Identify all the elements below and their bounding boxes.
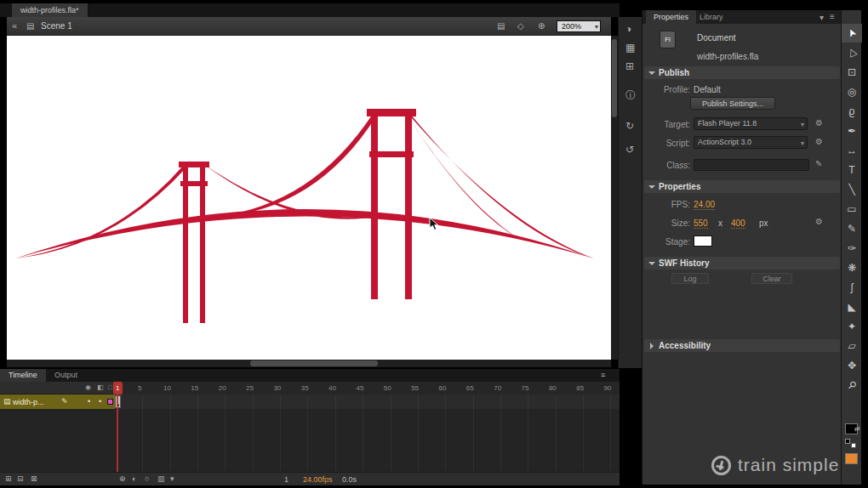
ruler-frame-60[interactable]: 60: [439, 382, 447, 394]
lock-icon[interactable]: ◧: [97, 384, 104, 391]
horizontal-scroll-thumb[interactable]: [250, 360, 378, 366]
back-icon[interactable]: «: [12, 21, 17, 31]
free-transform-tool[interactable]: ⊡: [842, 63, 862, 82]
class-edit-icon[interactable]: ✎: [815, 160, 822, 168]
outline-icon[interactable]: □: [108, 384, 112, 391]
fps-value[interactable]: 24.00: [694, 200, 715, 210]
ruler-frame-20[interactable]: 20: [219, 382, 226, 394]
history-panel-icon[interactable]: ↺: [625, 145, 634, 155]
subselection-tool[interactable]: ▷: [842, 43, 862, 62]
eraser-tool[interactable]: ▱: [842, 337, 862, 355]
ruler-frame-70[interactable]: 70: [494, 382, 501, 394]
frame-rate-value[interactable]: 24.00fps: [303, 475, 333, 484]
zoom-tool[interactable]: ⚲: [842, 376, 862, 394]
center-stage-icon[interactable]: ⊕: [538, 22, 545, 31]
visibility-icon[interactable]: ◉: [85, 384, 91, 391]
line-tool[interactable]: ╲: [842, 180, 862, 199]
timeline-menu-icon[interactable]: ≡: [601, 372, 605, 379]
swf-clear-button[interactable]: Clear: [751, 273, 792, 284]
ruler-frame-40[interactable]: 40: [328, 382, 336, 394]
hand-tool[interactable]: ✥: [842, 356, 862, 375]
tab-output[interactable]: Output: [46, 369, 86, 382]
3d-rotation-tool[interactable]: ◎: [842, 82, 862, 101]
selection-tool[interactable]: ➤: [842, 24, 862, 43]
ruler-frame-45[interactable]: 45: [356, 382, 363, 394]
new-folder-icon[interactable]: ⊟: [17, 475, 24, 483]
scene-breadcrumb[interactable]: Scene 1: [41, 21, 72, 31]
section-accessibility[interactable]: Accessibility: [644, 339, 840, 352]
swf-log-button[interactable]: Log: [671, 273, 709, 284]
document-tab[interactable]: width-profiles.fla*: [12, 3, 89, 17]
props-menu-icon[interactable]: ≡: [830, 13, 835, 21]
layer-label[interactable]: width-p... ▤✎••: [0, 394, 115, 409]
stage-color-swatch[interactable]: [694, 235, 712, 247]
info-panel-icon[interactable]: ⓘ: [625, 90, 636, 100]
document-name[interactable]: width-profiles.fla: [697, 52, 758, 61]
ruler-frame-30[interactable]: 30: [273, 382, 281, 394]
section-swf-history[interactable]: SWF History: [644, 257, 840, 270]
ruler-frame-10[interactable]: 10: [163, 382, 171, 394]
ruler-frame-15[interactable]: 15: [191, 382, 198, 394]
ruler-frame-1[interactable]: 1: [116, 382, 119, 394]
publish-settings-button[interactable]: Publish Settings...: [690, 97, 775, 110]
deco-tool[interactable]: ❋: [842, 258, 862, 277]
frame-ruler[interactable]: 151015202530354045505560657075808590: [115, 382, 620, 394]
ruler-frame-5[interactable]: 5: [138, 382, 141, 394]
layer-visibility-dot[interactable]: •: [88, 398, 90, 406]
text-tool[interactable]: T: [842, 161, 862, 179]
swatches-panel-icon[interactable]: ▦: [625, 43, 635, 53]
profile-value[interactable]: Default: [694, 85, 721, 94]
edit-multiple-frames-icon[interactable]: ▥: [157, 475, 165, 483]
align-panel-icon[interactable]: ⊞: [625, 61, 634, 71]
script-select[interactable]: ActionScript 3.0: [694, 136, 808, 149]
ruler-frame-65[interactable]: 65: [466, 382, 474, 394]
section-publish[interactable]: Publish: [644, 66, 840, 79]
script-wrench-icon[interactable]: ⚙: [815, 138, 823, 146]
section-properties[interactable]: Properties: [644, 180, 840, 193]
ruler-frame-90[interactable]: 90: [604, 382, 612, 394]
marker-options-icon[interactable]: ▾: [170, 475, 174, 483]
edit-symbols-icon[interactable]: ◇: [517, 22, 524, 31]
transform-panel-icon[interactable]: ↻: [625, 121, 634, 131]
center-frame-icon[interactable]: ⊕: [119, 475, 126, 483]
layer-name[interactable]: width-p...: [13, 398, 44, 406]
color-panel-icon[interactable]: ◑: [625, 24, 631, 34]
pen-tool[interactable]: ✒: [842, 122, 862, 140]
props-menu-collapse-icon[interactable]: ▾: [819, 14, 824, 22]
rectangle-tool[interactable]: ▭: [842, 200, 862, 218]
onion-skin-icon[interactable]: ◐: [132, 475, 136, 483]
class-input[interactable]: [694, 159, 809, 171]
fill-color-swatch[interactable]: [845, 453, 858, 464]
default-colors-icon[interactable]: [845, 439, 856, 448]
timeline-layer-row[interactable]: width-p... ▤✎••: [0, 394, 620, 409]
pencil-tool[interactable]: ✎: [842, 219, 862, 238]
layer-outline-color-swatch[interactable]: [107, 399, 113, 405]
layer-lock-dot[interactable]: •: [99, 398, 101, 406]
zoom-level-input[interactable]: 200%: [557, 20, 601, 32]
onion-outline-icon[interactable]: ○: [145, 475, 149, 483]
paint-bucket-tool[interactable]: ◣: [842, 298, 862, 316]
width-tool[interactable]: ↔: [842, 141, 862, 160]
ruler-frame-75[interactable]: 75: [522, 382, 529, 394]
target-wrench-icon[interactable]: ⚙: [815, 119, 823, 128]
edit-scene-icon[interactable]: ▤: [497, 22, 505, 31]
tab-library[interactable]: Library: [692, 10, 731, 24]
tab-timeline[interactable]: Timeline: [0, 369, 46, 382]
ruler-frame-80[interactable]: 80: [549, 382, 557, 394]
ruler-frame-85[interactable]: 85: [576, 382, 584, 394]
lasso-tool[interactable]: ϱ: [842, 102, 862, 121]
swap-colors-icon[interactable]: ⇄: [854, 426, 860, 433]
stage-vertical-scrollbar[interactable]: [611, 36, 618, 360]
eyedropper-tool[interactable]: ✦: [842, 317, 862, 336]
scene-icon[interactable]: ▤: [26, 22, 34, 31]
stage-horizontal-scrollbar[interactable]: [7, 360, 611, 367]
ruler-frame-25[interactable]: 25: [246, 382, 254, 394]
brush-tool[interactable]: ✑: [842, 239, 862, 258]
new-layer-icon[interactable]: ⊞: [5, 475, 12, 483]
ruler-frame-35[interactable]: 35: [301, 382, 309, 394]
size-wrench-icon[interactable]: ⚙: [815, 218, 823, 226]
vertical-scroll-thumb[interactable]: [612, 39, 617, 117]
tab-properties[interactable]: Properties: [646, 10, 696, 24]
stage-canvas[interactable]: [7, 36, 611, 360]
ruler-frame-55[interactable]: 55: [411, 382, 419, 394]
